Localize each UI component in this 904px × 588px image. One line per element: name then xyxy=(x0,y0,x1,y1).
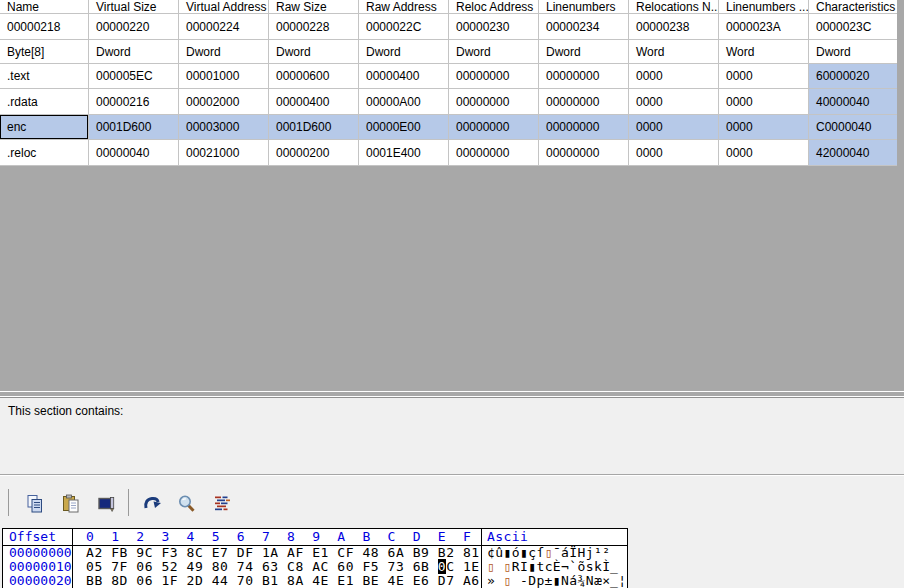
hex-ascii-header: Ascii xyxy=(482,529,627,545)
table-cell[interactable]: 00003000 xyxy=(179,115,269,140)
ascii-char: ▮ xyxy=(553,573,561,588)
hex-ascii[interactable]: » ▯ -Dp±▮Ná¾Næ×̲¦ xyxy=(482,574,627,588)
hex-bytes-after-cursor: C 1E xyxy=(446,559,480,574)
ascii-char: çſ xyxy=(528,545,544,560)
section-headers-table: Name Virtual Size Virtual Address Raw Si… xyxy=(0,0,897,166)
paste-button[interactable] xyxy=(61,494,81,514)
column-header-linenumbers: Linenumbers xyxy=(539,0,629,14)
ascii-char: ▮ xyxy=(520,545,528,560)
characteristics-cell[interactable]: 40000040 xyxy=(809,89,899,115)
ascii-char: ▮ xyxy=(503,545,511,560)
table-header-row: Name Virtual Size Virtual Address Raw Si… xyxy=(0,0,897,14)
ascii-char: » xyxy=(487,573,503,588)
table-cell[interactable]: 00000000 xyxy=(539,115,629,140)
table-cell[interactable]: 0001D600 xyxy=(89,115,179,140)
table-cell[interactable]: 00000E00 xyxy=(359,115,449,140)
ascii-char: Ì̲ xyxy=(602,559,618,574)
table-cell: Dword xyxy=(539,40,629,64)
characteristics-cell[interactable]: C0000040 xyxy=(809,115,899,140)
table-cell[interactable]: 00000400 xyxy=(269,89,359,115)
table-cell[interactable]: 00001000 xyxy=(179,64,269,89)
search-button[interactable] xyxy=(177,494,197,514)
table-cell[interactable]: 000005EC xyxy=(89,64,179,89)
section-row-enc-selected[interactable]: enc 0001D600 00003000 0001D600 00000E00 … xyxy=(0,115,897,140)
hex-row: 00000000 A2 FB 9C F3 8C E7 DF 1A AF E1 C… xyxy=(3,546,627,560)
section-name-cell[interactable]: .rdata xyxy=(0,89,89,115)
section-row-text[interactable]: .text 000005EC 00001000 00000600 0000040… xyxy=(0,64,897,89)
table-cell[interactable]: 00000400 xyxy=(359,64,449,89)
ascii-char: ¯áÏHj¹² xyxy=(553,545,611,560)
table-cell[interactable]: 0001E400 xyxy=(359,140,449,166)
table-cell[interactable]: 00000000 xyxy=(449,140,539,166)
table-cell[interactable]: 00000600 xyxy=(269,64,359,89)
table-cell: Dword xyxy=(449,40,539,64)
characteristics-cell[interactable]: 60000020 xyxy=(809,64,899,89)
hex-ascii[interactable]: ¢û▮ó▮çſ▯¯áÏHj¹² xyxy=(482,546,627,560)
characteristics-cell[interactable]: 42000040 xyxy=(809,140,899,166)
ascii-char: ▯ xyxy=(487,559,495,574)
table-cell[interactable]: 0000 xyxy=(629,115,719,140)
section-info-panel: This section contains: xyxy=(0,398,904,474)
table-cell[interactable]: 0000 xyxy=(629,89,719,115)
column-header-virtual-address: Virtual Address xyxy=(179,0,269,14)
table-cell[interactable]: 00000216 xyxy=(89,89,179,115)
table-cell: 00000228 xyxy=(269,14,359,40)
section-row-rdata[interactable]: .rdata 00000216 00002000 00000400 00000A… xyxy=(0,89,897,115)
table-cell[interactable]: 0000 xyxy=(629,64,719,89)
empty-background xyxy=(0,166,904,391)
table-cell[interactable]: 00000200 xyxy=(269,140,359,166)
table-cell[interactable]: 00000000 xyxy=(539,140,629,166)
hex-cursor[interactable]: 0 xyxy=(438,559,446,574)
section-name-cell[interactable]: .text xyxy=(0,64,89,89)
table-cell[interactable]: 0000 xyxy=(719,64,809,89)
hex-offset-value: 00000020 xyxy=(3,574,73,588)
table-cell: Byte[8] xyxy=(0,40,89,64)
table-cell[interactable]: 00000000 xyxy=(539,64,629,89)
section-info-label: This section contains: xyxy=(8,404,123,418)
table-cell: Dword xyxy=(809,40,899,64)
column-header-raw-size: Raw Size xyxy=(269,0,359,14)
hex-bytes[interactable]: BB 8D 06 1F 2D 44 70 B1 8A 4E E1 BE 4E E… xyxy=(73,574,482,588)
hex-offset-value: 00000010 xyxy=(3,560,73,574)
table-cell: 0000023A xyxy=(719,14,809,40)
table-cell: 00000234 xyxy=(539,14,629,40)
table-cell[interactable]: 00000A00 xyxy=(359,89,449,115)
column-header-raw-address: Raw Address xyxy=(359,0,449,14)
table-cell[interactable]: 00000000 xyxy=(449,64,539,89)
ascii-char: RI xyxy=(512,559,528,574)
strings-button[interactable] xyxy=(213,494,233,514)
table-cell: 0000022C xyxy=(359,14,449,40)
table-cell[interactable]: 00000000 xyxy=(539,89,629,115)
section-name-cell[interactable]: enc xyxy=(0,115,89,140)
field-offset-row: 00000218 00000220 00000224 00000228 0000… xyxy=(0,14,897,40)
hex-toolbar xyxy=(0,476,904,526)
strings-icon xyxy=(213,494,233,514)
table-cell[interactable]: 00000000 xyxy=(449,115,539,140)
splitter-handle[interactable] xyxy=(0,391,904,398)
go-to-offset-button[interactable] xyxy=(142,494,162,514)
hex-row: 00000020 BB 8D 06 1F 2D 44 70 B1 8A 4E E… xyxy=(3,574,627,588)
table-cell: Dword xyxy=(269,40,359,64)
table-cell[interactable]: 00002000 xyxy=(179,89,269,115)
section-row-reloc[interactable]: .reloc 00000040 00021000 00000200 0001E4… xyxy=(0,140,897,166)
table-cell[interactable]: 00000040 xyxy=(89,140,179,166)
table-cell[interactable]: 0000 xyxy=(719,140,809,166)
ascii-char: Ná¾Næ xyxy=(561,573,602,588)
table-cell[interactable]: 0000 xyxy=(719,89,809,115)
field-type-row: Byte[8] Dword Dword Dword Dword Dword Dw… xyxy=(0,40,897,64)
column-header-linenumbers-number: Linenumbers ... xyxy=(719,0,809,14)
section-name-cell[interactable]: .reloc xyxy=(0,140,89,166)
table-cell[interactable]: 00000000 xyxy=(449,89,539,115)
hex-bytes[interactable]: A2 FB 9C F3 8C E7 DF 1A AF E1 CF 48 6A B… xyxy=(73,546,482,560)
table-cell[interactable]: 0000 xyxy=(629,140,719,166)
hex-ascii[interactable]: ▯ ▯RI▮tcÈ¬`õskÌ̲ xyxy=(482,560,627,574)
pe-editor-window: Name Virtual Size Virtual Address Raw Si… xyxy=(0,0,904,588)
table-cell[interactable]: 0000 xyxy=(719,115,809,140)
table-cell[interactable]: 00021000 xyxy=(179,140,269,166)
write-button[interactable] xyxy=(97,494,117,514)
write-icon xyxy=(97,494,117,514)
table-cell[interactable]: 0001D600 xyxy=(269,115,359,140)
copy-button[interactable] xyxy=(25,494,45,514)
paste-icon xyxy=(61,494,81,514)
hex-bytes[interactable]: 05 7F 06 52 49 80 74 63 C8 AC 60 F5 73 6… xyxy=(73,560,482,574)
